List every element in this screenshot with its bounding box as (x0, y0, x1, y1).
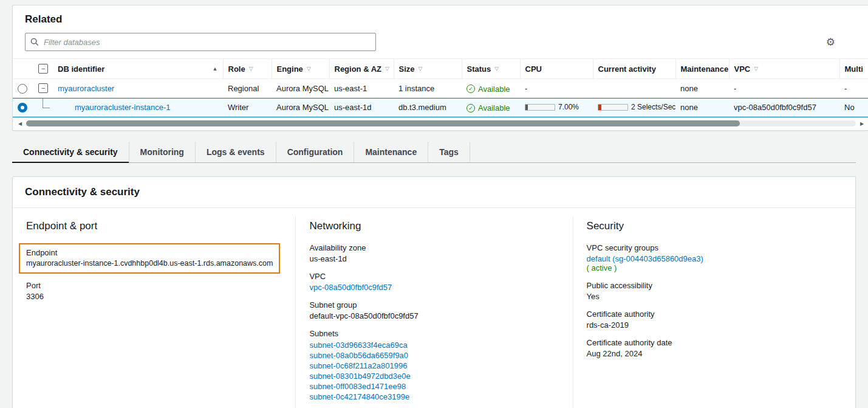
region-az-cell: us-east-1 (329, 79, 394, 99)
db-instance-link[interactable]: myauroracluster-instance-1 (75, 103, 171, 112)
availability-zone-label: Availability zone (309, 243, 559, 252)
status-cell: ✓Available (462, 98, 520, 117)
collapse-row-button[interactable]: − (38, 83, 48, 93)
sort-icon[interactable]: ▽ (419, 66, 423, 72)
table-row-cluster: − myauroracluster Regional Aurora MySQL … (13, 79, 868, 99)
table-row-instance-selected: myauroracluster-instance-1 Writer Aurora… (13, 98, 868, 117)
region-az-cell: us-east-1d (329, 98, 394, 117)
scrollbar-track[interactable] (26, 120, 856, 126)
column-label: Engine (277, 64, 303, 74)
gear-icon: ⚙ (826, 36, 835, 48)
tab-monitoring[interactable]: Monitoring (129, 142, 196, 162)
vpc-label: VPC (309, 272, 559, 281)
sort-icon[interactable]: ▽ (494, 66, 499, 72)
tab-maintenance[interactable]: Maintenance (354, 142, 428, 162)
connectivity-security-panel: Connectivity & security Endpoint & port … (12, 176, 856, 408)
endpoint-port-heading: Endpoint & port (26, 220, 282, 232)
activity-gauge-fill (598, 105, 601, 110)
size-cell: db.t3.medium (394, 98, 462, 117)
sort-icon[interactable]: ▽ (754, 66, 758, 72)
endpoint-field: Endpoint myauroracluster-instance-1.cvdh… (26, 248, 273, 268)
db-identifier-cell: myauroracluster-instance-1 (53, 98, 223, 117)
column-label: CPU (525, 64, 542, 74)
subnet-link[interactable]: subnet-0c68f211a2a801996 (309, 361, 559, 371)
tab-logs-events[interactable]: Logs & events (196, 142, 276, 162)
subnet-link[interactable]: subnet-03d96633f4eca69ca (309, 340, 559, 350)
tab-tags[interactable]: Tags (428, 142, 470, 162)
sort-icon[interactable]: ▽ (249, 66, 253, 72)
selection-cell (13, 79, 33, 99)
column-header-multi-az[interactable]: Multi (839, 59, 868, 79)
security-group-status: ( active ) (587, 263, 842, 272)
scroll-right-button[interactable]: ▶ (858, 121, 866, 126)
sort-ascending-icon[interactable]: ▲ (213, 66, 218, 72)
table-header-row: − DB identifier▲ Role▽ Engine▽ Region & (13, 59, 868, 79)
column-header-db-identifier[interactable]: DB identifier▲ (53, 59, 223, 79)
security-heading: Security (587, 220, 842, 232)
column-header-vpc[interactable]: VPC▽ (729, 59, 839, 79)
column-header-current-activity[interactable]: Current activity (593, 59, 675, 79)
cpu-gauge-track (525, 104, 555, 111)
collapse-all-button[interactable]: − (38, 64, 48, 74)
maintenance-cell: none (675, 79, 729, 99)
security-group-link[interactable]: default (sg-004403d65860d9ea3) (587, 254, 703, 263)
availability-zone-field: Availability zone us-east-1d (309, 243, 559, 263)
filter-databases-input[interactable] (25, 33, 376, 51)
vpc-cell: vpc-08a50d0fbf0c9fd57 (729, 98, 839, 117)
vpc-security-groups-field: VPC security groups default (sg-004403d6… (587, 243, 842, 272)
databases-table-viewport: − DB identifier▲ Role▽ Engine▽ Region & (13, 58, 868, 117)
column-label: VPC (734, 64, 751, 74)
settings-button[interactable]: ⚙ (826, 37, 835, 47)
public-accessibility-field: Public accessibility Yes (587, 281, 842, 301)
databases-table: − DB identifier▲ Role▽ Engine▽ Region & (13, 58, 868, 117)
port-label: Port (26, 281, 282, 290)
engine-cell: Aurora MySQL (272, 79, 329, 99)
certificate-authority-date-field: Certificate authority date Aug 22nd, 202… (587, 338, 842, 358)
status-cell: ✓Available (462, 79, 520, 99)
column-header-size[interactable]: Size▽ (394, 59, 462, 79)
scroll-left-button[interactable]: ◀ (16, 121, 24, 126)
cpu-cell: 7.00% (520, 98, 593, 117)
column-label: Maintenance (681, 64, 729, 74)
column-label: Current activity (598, 64, 656, 74)
subnet-link[interactable]: subnet-08a0b56da6659f9a0 (309, 350, 559, 361)
row-radio-selected[interactable] (18, 103, 27, 112)
tree-connector-icon (43, 99, 50, 108)
related-panel: Related ⚙ (12, 5, 868, 131)
sort-icon[interactable]: ▽ (385, 66, 389, 72)
column-header-status[interactable]: Status▽ (462, 59, 520, 79)
certificate-authority-value: rds-ca-2019 (587, 320, 842, 330)
endpoint-port-section: Endpoint & port Endpoint myauroracluster… (13, 216, 295, 408)
column-header-role[interactable]: Role▽ (223, 59, 272, 79)
tab-configuration[interactable]: Configuration (276, 142, 355, 162)
panel-title: Connectivity & security (25, 186, 843, 198)
status-text: Available (478, 103, 510, 112)
column-header-cpu[interactable]: CPU (520, 59, 593, 79)
current-activity-cell: 2 Selects/Sec (593, 98, 675, 117)
subnet-group-value: default-vpc-08a50d0fbf0c9fd57 (309, 311, 559, 320)
cpu-gauge: 7.00% (525, 103, 579, 111)
sort-icon[interactable]: ▽ (307, 66, 311, 72)
public-accessibility-label: Public accessibility (587, 281, 842, 290)
multi-az-cell: No (839, 98, 868, 117)
scrollbar-thumb[interactable] (26, 120, 740, 126)
column-header-region-az[interactable]: Region & AZ▽ (329, 59, 394, 79)
row-radio[interactable] (18, 84, 27, 94)
engine-cell: Aurora MySQL (272, 98, 329, 117)
subnet-link[interactable]: subnet-08301b4972dbd3e0e (309, 371, 559, 381)
vpc-security-groups-label: VPC security groups (587, 243, 842, 252)
subnet-link[interactable]: subnet-0c42174840ce3199e (309, 392, 559, 402)
certificate-authority-label: Certificate authority (587, 309, 842, 319)
column-header-engine[interactable]: Engine▽ (272, 59, 329, 79)
page: Related ⚙ (0, 0, 868, 408)
status-text: Available (478, 85, 510, 94)
tab-connectivity-security[interactable]: Connectivity & security (12, 142, 129, 162)
horizontal-scrollbar[interactable]: ◀ ▶ (13, 117, 868, 130)
db-cluster-link[interactable]: myauroracluster (58, 84, 114, 93)
subnet-link[interactable]: subnet-0ff0083ed1471ee98 (309, 381, 559, 392)
vpc-link[interactable]: vpc-08a50d0fbf0c9fd57 (309, 283, 392, 292)
role-cell: Regional (223, 79, 272, 99)
column-header-maintenance[interactable]: Maintenance▽ (675, 59, 729, 79)
panel-header: Connectivity & security (13, 177, 855, 208)
endpoint-label: Endpoint (26, 248, 273, 257)
